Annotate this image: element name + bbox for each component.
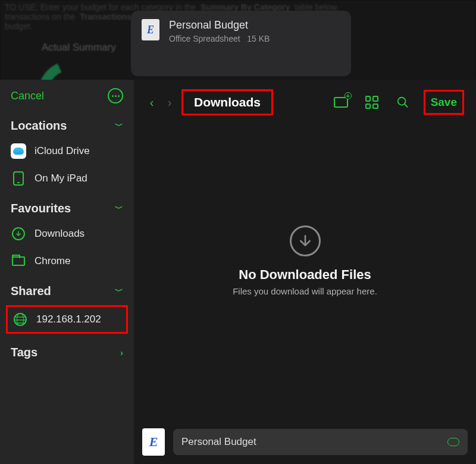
locations-header[interactable]: Locations ﹀ [0, 109, 134, 137]
actual-summary-label: Actual Summary [42, 42, 116, 54]
save-button[interactable]: Save [424, 90, 464, 115]
main-panel: ‹ › Downloads + Save No Downloaded Files… [134, 80, 476, 464]
sidebar-item-downloads[interactable]: Downloads [0, 220, 134, 247]
empty-title: No Downloaded Files [239, 267, 371, 283]
nav-back-button[interactable]: ‹ [146, 96, 158, 109]
download-large-icon [290, 225, 321, 256]
file-type-icon: E [142, 428, 165, 456]
download-icon [12, 227, 25, 240]
empty-subtitle: Files you download will appear here. [233, 286, 377, 296]
filename-value: Personal Budget [181, 436, 256, 448]
sidebar: Cancel Locations ﹀ iCloud Drive On My iP… [0, 80, 134, 464]
file-popup-title: Personal Budget [169, 19, 270, 32]
filename-bar: E Personal Budget [134, 420, 476, 464]
search-button[interactable] [395, 95, 411, 110]
folder-title[interactable]: Downloads [181, 89, 273, 115]
more-options-button[interactable] [108, 88, 123, 104]
section-label: Locations [11, 119, 67, 133]
file-info-popup: E Personal Budget Office Spreadsheet 15 … [131, 11, 351, 76]
filename-input[interactable]: Personal Budget [173, 429, 468, 455]
svg-point-0 [397, 98, 405, 105]
section-label: Shared [11, 284, 51, 298]
shared-header[interactable]: Shared ﹀ [0, 275, 134, 303]
clear-input-icon[interactable] [447, 438, 459, 446]
section-label: Tags [11, 346, 37, 359]
sidebar-item-label: iCloud Drive [35, 145, 90, 157]
tags-header[interactable]: Tags › [0, 336, 134, 364]
sidebar-item-label: On My iPad [35, 173, 87, 184]
favourites-header[interactable]: Favourites ﹀ [0, 192, 134, 220]
sidebar-item-chrome[interactable]: Chrome [0, 247, 134, 275]
sidebar-item-icloud[interactable]: iCloud Drive [0, 137, 134, 165]
chevron-down-icon: ﹀ [115, 286, 123, 297]
chevron-down-icon: ﹀ [115, 203, 123, 214]
file-save-sheet: Cancel Locations ﹀ iCloud Drive On My iP… [0, 80, 476, 464]
globe-icon [14, 313, 27, 326]
empty-state: No Downloaded Files Files you download w… [134, 125, 476, 420]
grid-icon [365, 96, 378, 109]
section-label: Favourites [11, 202, 71, 215]
sidebar-item-network-share[interactable]: 192.168.1.202 [6, 305, 128, 334]
new-folder-button[interactable]: + [333, 95, 349, 110]
search-icon [396, 96, 409, 109]
spreadsheet-icon: E [142, 19, 159, 40]
file-popup-meta: Office Spreadsheet 15 KB [169, 34, 270, 43]
view-mode-button[interactable] [364, 95, 380, 110]
chevron-right-icon: › [120, 348, 123, 358]
plus-badge-icon: + [345, 92, 352, 99]
main-header: ‹ › Downloads + Save [134, 80, 476, 125]
sidebar-item-label: Chrome [35, 255, 70, 267]
cancel-button[interactable]: Cancel [11, 90, 44, 102]
sidebar-item-ipad[interactable]: On My iPad [0, 165, 134, 192]
nav-forward-button: › [164, 96, 176, 109]
cloud-icon [11, 143, 26, 159]
ipad-icon [13, 171, 24, 186]
folder-icon [12, 256, 25, 266]
chevron-down-icon: ﹀ [115, 121, 123, 131]
sidebar-item-label: Downloads [35, 228, 84, 240]
svg-line-1 [404, 104, 408, 108]
sidebar-item-label: 192.168.1.202 [36, 313, 101, 325]
